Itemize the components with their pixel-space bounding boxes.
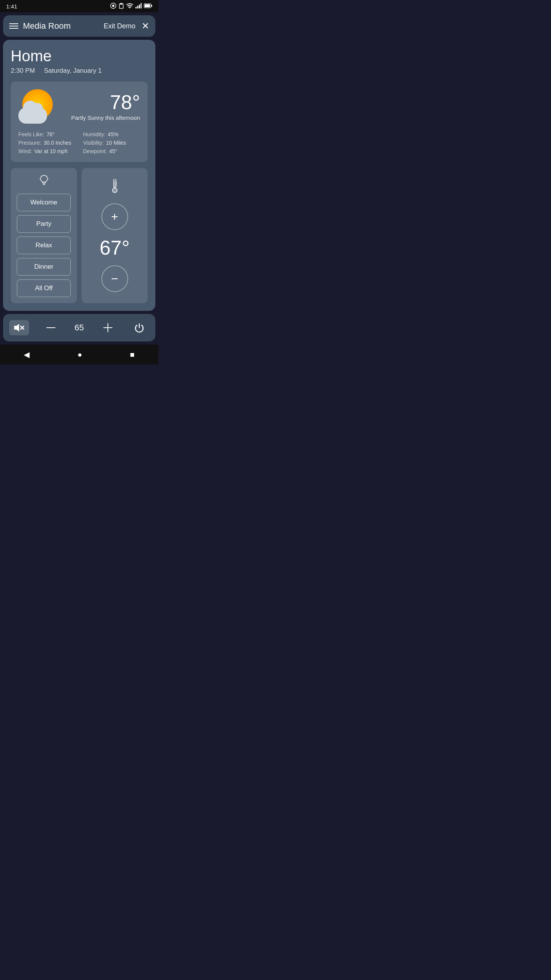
weather-icon — [18, 89, 60, 124]
weather-top: 78° Partly Sunny this afternoon — [18, 89, 140, 124]
svg-rect-5 — [135, 7, 137, 8]
weather-card: 78° Partly Sunny this afternoon Feels Li… — [11, 82, 148, 162]
increase-icon: + — [111, 210, 118, 224]
back-icon: ◀ — [24, 350, 29, 359]
pressure-value: 30.0 Inches — [44, 140, 71, 146]
scene-dinner-button[interactable]: Dinner — [17, 258, 71, 276]
power-button[interactable] — [129, 319, 149, 336]
header-bar: Media Room Exit Demo ✕ — [3, 15, 155, 37]
menu-icon[interactable] — [9, 23, 18, 29]
header-right: Exit Demo ✕ — [104, 21, 149, 31]
clipboard-icon — [119, 3, 124, 10]
nav-recent-button[interactable]: ■ — [122, 348, 142, 361]
svg-point-1 — [112, 5, 114, 7]
thermostat-decrease-button[interactable]: − — [101, 265, 128, 292]
feels-like-row: Feels Like: 76° — [18, 131, 75, 137]
svg-marker-25 — [14, 324, 19, 332]
dewpoint-row: Dewpoint: 45° — [83, 148, 140, 154]
volume-increase-button[interactable] — [99, 320, 117, 335]
svg-point-12 — [41, 175, 47, 182]
wind-label: Wind: — [18, 148, 32, 154]
wifi-icon — [126, 3, 133, 10]
visibility-value: 10 Miles — [106, 140, 126, 146]
scene-buttons: Welcome Party Relax Dinner All Off — [17, 194, 71, 297]
svg-rect-8 — [141, 3, 142, 8]
volume-display: 65 — [72, 323, 86, 333]
svg-rect-28 — [46, 327, 55, 328]
visibility-label: Visibility: — [83, 140, 104, 146]
pressure-label: Pressure: — [18, 140, 41, 146]
lighting-panel: Welcome Party Relax Dinner All Off — [11, 168, 77, 303]
thermostat-increase-button[interactable]: + — [101, 203, 128, 230]
mute-button[interactable] — [9, 320, 29, 335]
dewpoint-value: 45° — [109, 148, 117, 154]
header-left: Media Room — [9, 21, 71, 31]
svg-rect-3 — [120, 3, 122, 5]
header-title: Media Room — [23, 21, 71, 31]
humidity-row: Humidity: 45% — [83, 131, 140, 137]
nav-home-button[interactable]: ● — [70, 348, 90, 361]
visibility-row: Visibility: 10 Miles — [83, 140, 140, 146]
nav-bar: ◀ ● ■ — [0, 345, 158, 364]
svg-rect-11 — [145, 4, 150, 7]
svg-rect-7 — [139, 5, 140, 8]
home-title: Home — [11, 47, 148, 65]
close-button[interactable]: ✕ — [142, 21, 149, 31]
scene-relax-button[interactable]: Relax — [17, 237, 71, 254]
cloud-icon — [18, 108, 47, 124]
home-icon: ● — [77, 350, 82, 359]
weather-temperature: 78° — [71, 92, 140, 112]
wind-value: Var at 10 mph — [34, 148, 68, 154]
dewpoint-label: Dewpoint: — [83, 148, 107, 154]
weather-details: Feels Like: 76° Humidity: 45% Pressure: … — [18, 131, 140, 154]
weather-description: Partly Sunny this afternoon — [71, 114, 140, 121]
wind-row: Wind: Var at 10 mph — [18, 148, 75, 154]
battery-icon — [144, 3, 152, 9]
status-time: 1:41 — [6, 3, 17, 10]
svg-rect-21 — [114, 181, 115, 187]
thermostat-temperature: 67° — [99, 236, 130, 259]
scene-welcome-button[interactable]: Welcome — [17, 194, 71, 211]
svg-rect-10 — [151, 5, 152, 7]
bottom-bar: 65 — [3, 314, 155, 341]
svg-point-20 — [112, 188, 117, 193]
signal-icon — [135, 3, 142, 10]
svg-line-17 — [47, 176, 47, 176]
svg-point-4 — [129, 7, 130, 8]
status-bar: 1:41 — [0, 0, 158, 12]
pressure-row: Pressure: 30.0 Inches — [18, 140, 75, 146]
feels-like-label: Feels Like: — [18, 131, 44, 137]
nav-back-button[interactable]: ◀ — [16, 348, 37, 361]
pocket-casts-icon — [110, 3, 116, 10]
main-content: Home 2:30 PM Saturday, January 1 78° Par… — [3, 40, 155, 311]
lighting-icon — [17, 174, 71, 189]
svg-line-15 — [41, 176, 41, 176]
volume-decrease-button[interactable] — [42, 324, 60, 332]
thermostat-icon — [110, 179, 119, 196]
humidity-value: 45% — [108, 131, 118, 137]
humidity-label: Humidity: — [83, 131, 105, 137]
recent-icon: ■ — [130, 350, 134, 359]
controls-row: Welcome Party Relax Dinner All Off — [11, 168, 148, 303]
svg-rect-6 — [137, 6, 139, 8]
time-display: 2:30 PM — [11, 67, 35, 74]
status-icons — [110, 3, 152, 10]
thermostat-panel: + 67° − — [82, 168, 148, 303]
exit-demo-button[interactable]: Exit Demo — [104, 22, 135, 30]
date-display: Saturday, January 1 — [44, 67, 102, 74]
svg-rect-30 — [103, 327, 112, 328]
decrease-icon: − — [111, 272, 118, 286]
weather-temp-info: 78° Partly Sunny this afternoon — [71, 92, 140, 121]
scene-party-button[interactable]: Party — [17, 215, 71, 233]
feels-like-value: 76° — [47, 131, 55, 137]
date-time: 2:30 PM Saturday, January 1 — [11, 67, 148, 75]
scene-all-off-button[interactable]: All Off — [17, 279, 71, 297]
